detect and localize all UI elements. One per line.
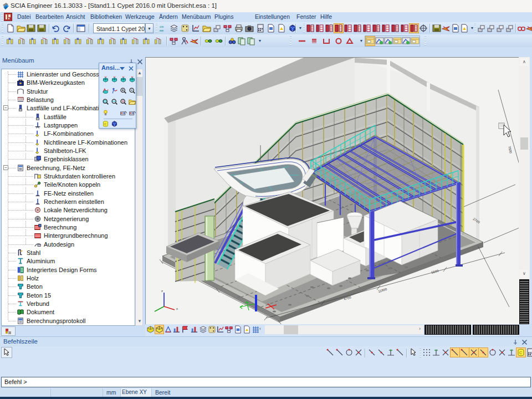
svg-text:z: z xyxy=(161,289,163,293)
svg-text:x: x xyxy=(176,307,178,310)
